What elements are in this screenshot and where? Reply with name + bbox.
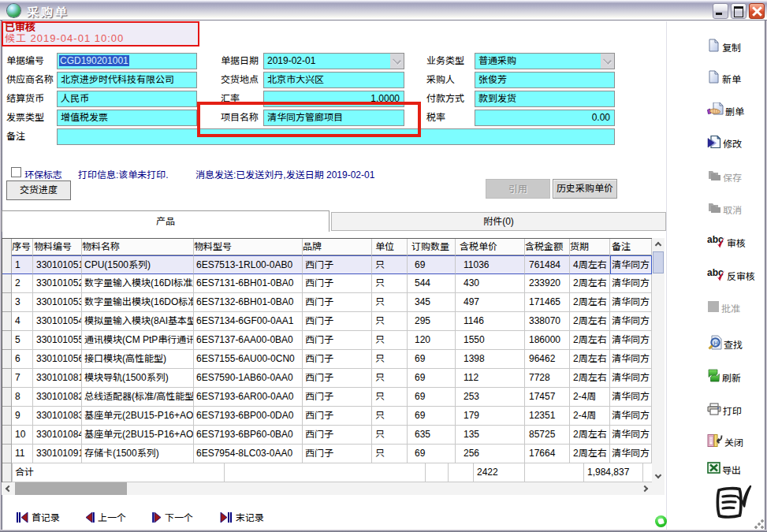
svg-text:H: H [713,340,718,347]
